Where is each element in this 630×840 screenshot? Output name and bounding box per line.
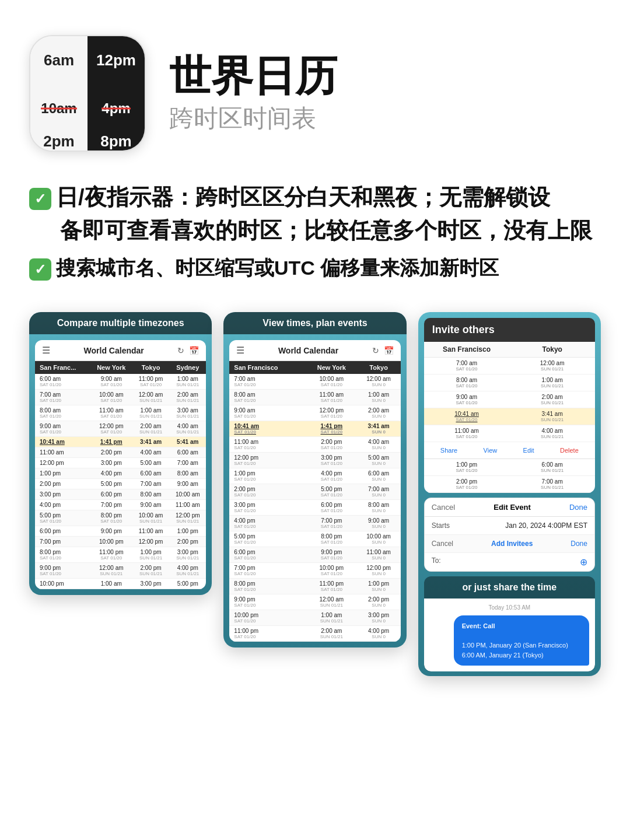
edit-event-topbar: Cancel Edit Event Done — [425, 498, 594, 517]
table-row: 7:00 pm SAT 01/20 10:00 pm SAT 01/20 12:… — [229, 563, 400, 579]
checkmark-icon-2: ✓ — [29, 258, 51, 281]
app-icon: 6am 12pm 10am 4pm 2pm 8pm — [29, 35, 146, 152]
col-sf: San Franc... — [35, 361, 90, 374]
app-subtitle: 跨时区时间表 — [169, 104, 337, 133]
action-row: Share View Edit Delete — [424, 442, 595, 459]
add-done-button[interactable]: Done — [570, 540, 587, 548]
screen3: Invite others San Francisco Tokyo 7:00 a… — [418, 312, 601, 676]
event-starts-row: Starts Jan 20, 2024 4:00PM EST — [425, 517, 594, 535]
calendar-icon-2[interactable]: 📅 — [384, 346, 394, 355]
table-row: 3:00 pm 6:00 pm 8:00 am 10:00 am — [35, 489, 206, 500]
refresh-icon-2[interactable]: ↻ — [372, 346, 379, 355]
table-row: 1:00 pm 4:00 pm 6:00 am 8:00 am — [35, 468, 206, 479]
icon-cell-12pm: 12pm — [88, 36, 145, 85]
screen2-topbar-title: World Calendar — [244, 346, 372, 355]
icon-cell-4pm: 4pm — [88, 85, 145, 133]
sf-header: San Francisco — [424, 342, 510, 358]
screen1-inner: ☰ World Calendar ↻ 📅 San Franc... New Yo… — [35, 340, 206, 589]
table-row: 9:00 pm SAT 01/20 12:00 am SUN 01/21 2:0… — [229, 594, 400, 610]
invite-row: 1:00 pm SAT 01/20 6:00 am SUN 01/21 — [424, 459, 595, 476]
invite-row: 7:00 am SAT 01/20 12:00 am SUN 01/21 — [424, 358, 595, 374]
table-row: 6:00 pm SAT 01/20 9:00 pm SAT 01/20 11:0… — [229, 547, 400, 563]
message-area: Today 10:53 AM Event: Call 1:00 PM, Janu… — [424, 598, 595, 671]
table-row: 12:00 pm SAT 01/20 3:00 pm SAT 01/20 5:0… — [229, 453, 400, 468]
table-row: 11:00 am SAT 01/20 2:00 pm SAT 01/20 4:0… — [229, 437, 400, 453]
table-row: 11:00 pm SAT 01/20 2:00 am SUN 01/21 4:0… — [229, 626, 400, 642]
screen1-topbar-title: World Calendar — [50, 346, 177, 355]
screen1: Compare multiple timezones ☰ World Calen… — [29, 312, 212, 595]
table-row: 8:00 am SAT 01/20 11:00 am SAT 01/20 1:0… — [229, 390, 400, 405]
table-row: 11:00 am 2:00 pm 4:00 am 6:00 am — [35, 447, 206, 458]
icon-cell-2pm: 2pm — [30, 132, 88, 150]
table-row: 9:00 amSAT 01/20 12:00 pmSAT 01/20 2:00 … — [35, 421, 206, 437]
to-label: To: — [432, 556, 441, 568]
invite-row-highlighted: 10:41 am SAT 01/20 3:41 am SUN 01/21 — [424, 408, 595, 425]
add-invitees-title: Add Invitees — [491, 540, 533, 548]
feature-line-2: ✓搜索城市名、时区缩写或UTC 偏移量来添加新时区 — [29, 253, 601, 283]
table-row: 2:00 pm 5:00 pm 7:00 am 9:00 am — [35, 479, 206, 489]
add-invitees-bar: Cancel Add Invitees Done — [425, 535, 594, 552]
table-row: 7:00 pm 10:00 pm 12:00 pm 2:00 pm — [35, 537, 206, 547]
col-sydney: Sydney — [169, 361, 206, 374]
table-row: 8:00 amSAT 01/20 11:00 amSAT 01/20 1:00 … — [35, 405, 206, 421]
table-row: 4:00 pm SAT 01/20 7:00 pm SAT 01/20 9:00… — [229, 516, 400, 531]
hamburger-icon: ☰ — [42, 345, 50, 356]
icon-cell-8pm: 8pm — [88, 132, 145, 150]
to-row: To: ⊕ — [425, 552, 594, 571]
screen1-banner: Compare multiple timezones — [29, 312, 212, 334]
invite-header: Invite others — [424, 318, 595, 342]
table-row: 7:00 amSAT 01/20 10:00 amSAT 01/20 12:00… — [35, 390, 206, 405]
starts-value: Jan 20, 2024 4:00PM EST — [505, 522, 587, 530]
add-icon[interactable]: ⊕ — [580, 556, 587, 568]
table-row: 2:00 pm SAT 01/20 5:00 pm SAT 01/20 7:00… — [229, 484, 400, 500]
table-row: 12:00 pm 3:00 pm 5:00 am 7:00 am — [35, 458, 206, 468]
tokyo-header: Tokyo — [509, 342, 595, 358]
table-row: 9:00 am SAT 01/20 12:00 pm SAT 01/20 2:0… — [229, 405, 400, 421]
edit-event-panel: Cancel Edit Event Done Starts Jan 20, 20… — [424, 498, 595, 572]
checkmark-icon-1: ✓ — [29, 188, 51, 210]
add-cancel-button[interactable]: Cancel — [432, 540, 453, 548]
icon-cell-6am: 6am — [30, 36, 88, 85]
refresh-icon[interactable]: ↻ — [177, 346, 184, 355]
table-row: 7:00 am SAT 01/20 10:00 am SAT 01/20 12:… — [229, 374, 400, 390]
share-button[interactable]: Share — [437, 446, 461, 455]
screen1-icons: ↻ 📅 — [177, 346, 199, 355]
invite-panel: San Francisco Tokyo 7:00 am SAT 01/20 12… — [424, 342, 595, 493]
invite-row: 11:00 am SAT 01/20 4:00 am SUN 01/21 — [424, 425, 595, 442]
view-button[interactable]: View — [480, 446, 501, 455]
edit-button[interactable]: Edit — [520, 446, 538, 455]
table-row: 8:00 pm SAT 01/20 11:00 pm SAT 01/20 1:0… — [229, 579, 400, 594]
icon-cell-10am: 10am — [30, 85, 88, 133]
screen1-table: San Franc... New York Tokyo Sydney 6:00 … — [35, 361, 206, 589]
calendar-icon[interactable]: 📅 — [189, 346, 199, 355]
table-row: 5:00 pmSAT 01/20 8:00 pmSAT 01/20 10:00 … — [35, 510, 206, 526]
table-row: 8:00 pmSAT 01/20 11:00 pmSAT 01/20 1:00 … — [35, 547, 206, 563]
table-row: 9:00 pmSAT 01/20 12:00 amSUN 01/21 2:00 … — [35, 563, 206, 579]
delete-button[interactable]: Delete — [556, 446, 582, 455]
msg-bubble: Event: Call 1:00 PM, January 20 (San Fra… — [454, 615, 589, 666]
done-button[interactable]: Done — [569, 503, 587, 512]
screen2-topbar: ☰ World Calendar ↻ 📅 — [229, 340, 400, 361]
table-row: 6:00 amSAT 01/20 9:00 amSAT 01/20 11:00 … — [35, 374, 206, 390]
cancel-button[interactable]: Cancel — [432, 503, 455, 512]
screen2-icons: ↻ 📅 — [372, 346, 394, 355]
col2-ny: New York — [306, 361, 356, 374]
table-row-highlighted: 10:41 am 1:41 pm 3:41 am 5:41 am — [35, 437, 206, 447]
edit-event-title: Edit Event — [494, 503, 531, 512]
col-ny: New York — [90, 361, 132, 374]
table-row: 4:00 pm 7:00 pm 9:00 am 11:00 am — [35, 500, 206, 510]
table-row-highlighted: 10:41 am SAT 01/20 1:41 pm SAT 01/20 3:4… — [229, 421, 400, 437]
table-row: 3:00 pm SAT 01/20 6:00 pm SAT 01/20 8:00… — [229, 500, 400, 516]
header-text: 世界日历 跨时区时间表 — [169, 53, 337, 134]
col2-sf: San Francisco — [229, 361, 306, 374]
invite-tz-headers: San Francisco Tokyo — [424, 342, 595, 358]
invite-row: 9:00 am SAT 01/20 2:00 am SUN 01/21 — [424, 391, 595, 408]
screen2-banner: View times, plan events — [223, 312, 406, 334]
starts-label: Starts — [432, 522, 450, 530]
table-row: 10:00 pm SAT 01/20 1:00 am SUN 01/21 3:0… — [229, 610, 400, 626]
table-row: 10:00 pm 1:00 am 3:00 pm 5:00 pm — [35, 579, 206, 589]
share-title: or just share the time — [424, 576, 595, 598]
screen2-inner: ☰ World Calendar ↻ 📅 San Francisco New Y… — [229, 340, 400, 642]
feature-line-1: ✓日/夜指示器：跨时区区分白天和黑夜；无需解锁设 备即可查看喜欢的时区；比较任意… — [29, 181, 601, 247]
col-tokyo: Tokyo — [132, 361, 169, 374]
